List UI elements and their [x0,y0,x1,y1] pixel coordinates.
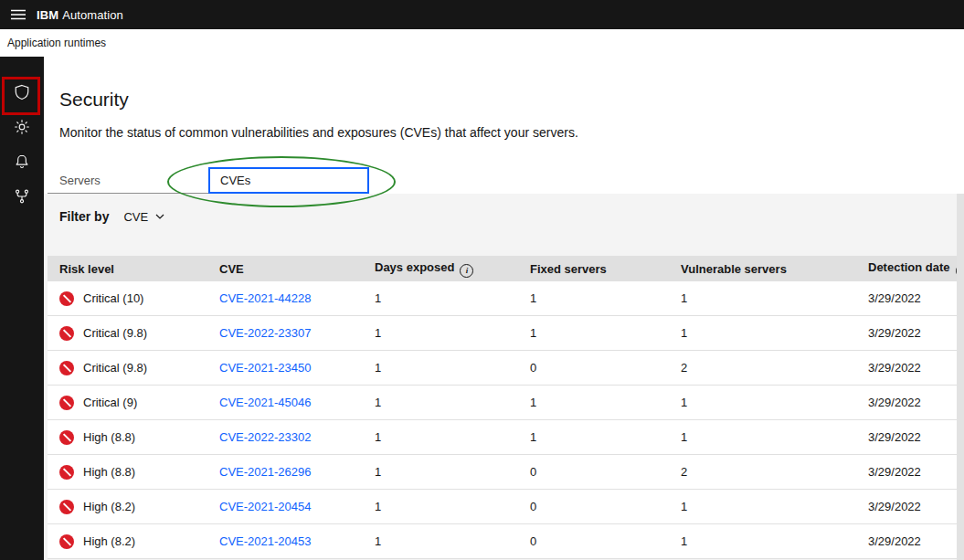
sidebar-item-security[interactable] [0,75,44,110]
risk-label: Critical (9.8) [83,361,147,375]
bell-icon [14,153,30,170]
column-label: Detection date [868,260,950,274]
table-row: Critical (9.8)CVE-2021-234501023/29/2022 [48,351,957,386]
column-header-days-exposed: Days exposedi [363,256,518,281]
column-label: CVE [219,262,244,276]
hamburger-icon [11,9,26,20]
sidebar-item-notifications[interactable] [0,144,44,179]
cve-link[interactable]: CVE-2021-23450 [219,361,311,375]
detection-date-cell: 3/29/2022 [856,420,957,455]
severity-icon [59,396,74,410]
cve-cell: CVE-2021-44228 [207,281,363,316]
risk-label: Critical (10) [83,291,143,305]
info-icon[interactable]: i [460,264,473,278]
column-header-detection-date: Detection datei [856,256,957,281]
vulnerable-servers-cell: 1 [669,420,856,455]
column-header-cve: CVE [207,256,363,281]
risk-label: High (8.2) [83,534,135,548]
cve-cell: CVE-2021-23450 [207,351,363,386]
days-exposed-cell: 1 [363,455,518,490]
detection-date-cell: 3/29/2022 [856,351,957,386]
vulnerable-servers-cell: 1 [669,316,856,351]
cve-cell: CVE-2022-23302 [207,420,363,455]
risk-cell: Critical (9.8) [48,351,207,386]
breadcrumb-application-runtimes[interactable]: Application runtimes [7,37,106,49]
breadcrumb-bar: Application runtimes [0,29,964,57]
detection-date-cell: 3/29/2022 [856,490,957,524]
detection-date-cell: 3/29/2022 [856,455,957,490]
fixed-servers-cell: 0 [518,490,669,524]
column-header-fixed-servers: Fixed servers [518,256,669,281]
detection-date-cell: 3/29/2022 [856,281,957,316]
cve-cell: CVE-2022-23307 [207,316,363,351]
tab-bar: Servers CVEs [48,167,369,194]
cve-cell: CVE-2021-45046 [207,386,363,420]
tab-servers[interactable]: Servers [48,167,208,194]
sidebar-item-pipelines[interactable] [0,179,44,214]
days-exposed-cell: 1 [363,524,518,559]
filter-by-label: Filter by [59,209,109,224]
filter-dropdown-value: CVE [123,210,148,224]
risk-cell: Critical (10) [48,281,207,316]
page-description: Monitor the status of common vulnerabili… [59,125,578,140]
cves-panel: Filter by CVE Risk level CVE Days expose… [44,194,964,560]
column-label: Days exposed [375,260,454,274]
severity-icon [59,291,74,306]
detection-date-cell: 3/29/2022 [856,316,957,351]
vulnerable-servers-cell: 1 [669,490,856,524]
vulnerable-servers-cell: 1 [669,281,856,316]
table-row: High (8.2)CVE-2021-204531013/29/2022 [48,524,957,559]
fixed-servers-cell: 1 [518,386,669,420]
fixed-servers-cell: 1 [518,420,669,455]
tab-cves[interactable]: CVEs [208,167,369,194]
risk-cell: High (8.2) [48,524,207,559]
cve-link[interactable]: CVE-2021-26296 [219,465,311,479]
cve-link[interactable]: CVE-2021-45046 [219,396,311,409]
table-row: High (8.8)CVE-2021-262961023/29/2022 [48,455,957,490]
sidebar-item-environment[interactable] [0,110,44,144]
severity-icon [59,465,74,480]
left-nav-rail [0,57,44,560]
page-title: Security [59,89,129,111]
fixed-servers-cell: 0 [518,351,669,386]
severity-icon [59,430,74,445]
brightness-icon [14,119,30,135]
risk-label: High (8.8) [83,465,135,479]
table-row: High (8.2)CVE-2021-204541013/29/2022 [48,490,957,524]
filter-dropdown[interactable]: CVE [118,206,170,227]
detection-date-cell: 3/29/2022 [856,524,957,559]
vulnerable-servers-cell: 2 [669,455,856,490]
days-exposed-cell: 1 [363,316,518,351]
days-exposed-cell: 1 [363,351,518,386]
cve-link[interactable]: CVE-2021-20453 [219,534,311,548]
fixed-servers-cell: 0 [518,524,669,559]
shield-icon [14,84,30,100]
chevron-down-icon [155,214,164,219]
vulnerable-servers-cell: 1 [669,386,856,420]
days-exposed-cell: 1 [363,386,518,420]
cve-link[interactable]: CVE-2021-44228 [219,291,311,305]
cve-table: Risk level CVE Days exposedi Fixed serve… [48,256,957,559]
column-header-vulnerable-servers: Vulnerable servers [669,256,856,281]
cve-link[interactable]: CVE-2022-23307 [219,326,311,340]
top-header: IBMAutomation [0,0,964,29]
days-exposed-cell: 1 [363,420,518,455]
risk-label: High (8.2) [83,500,135,513]
severity-icon [59,534,74,549]
cve-cell: CVE-2021-20454 [207,490,363,524]
risk-label: Critical (9.8) [83,326,147,340]
table-row: Critical (9)CVE-2021-450461113/29/2022 [48,386,957,420]
cve-link[interactable]: CVE-2021-20454 [219,500,311,513]
pipeline-icon [14,188,30,205]
severity-icon [59,500,74,514]
menu-button[interactable] [0,0,37,29]
column-header-risk-level: Risk level [48,256,207,281]
vertical-scrollbar[interactable] [957,194,964,560]
fixed-servers-cell: 1 [518,281,669,316]
cve-link[interactable]: CVE-2022-23302 [219,430,311,444]
table-row: Critical (9.8)CVE-2022-233071113/29/2022 [48,316,957,351]
app-window: IBMAutomation Application runtimes [0,0,964,560]
table-row: High (8.8)CVE-2022-233021113/29/2022 [48,420,957,455]
cve-cell: CVE-2021-20453 [207,524,363,559]
risk-cell: High (8.2) [48,490,207,524]
